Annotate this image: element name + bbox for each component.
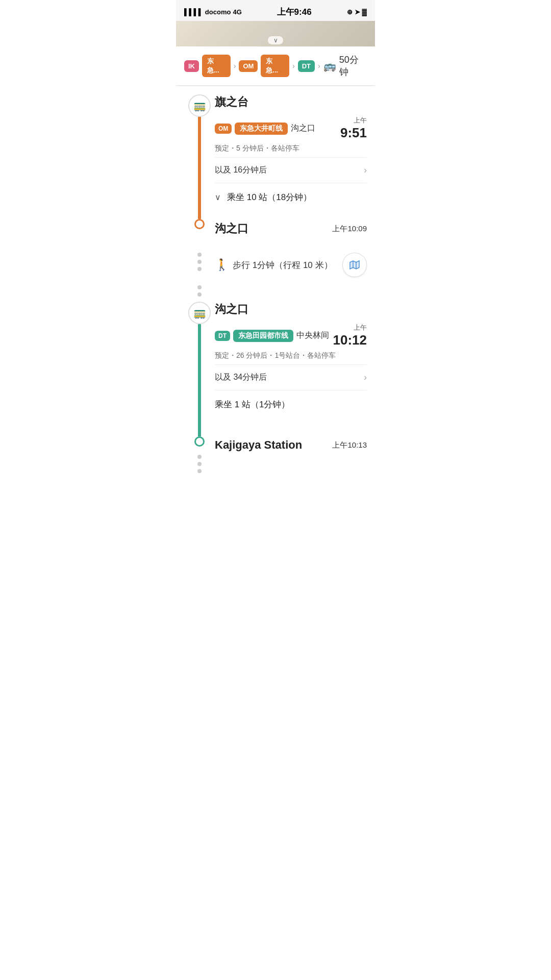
- station-1-title-row: 旗之台: [215, 94, 367, 110]
- arrival-section: Kajigaya Station 上午10:13: [176, 436, 375, 485]
- line1-label: 东急...: [202, 55, 231, 77]
- sub-text-1: 预定・5 分钟后・各站停车: [215, 144, 367, 153]
- status-time: 上午9:46: [277, 6, 312, 18]
- station-circle-2: 🚃: [188, 302, 211, 324]
- arrival-time: 上午10:13: [332, 440, 367, 450]
- line-name-1: 东急大井町线: [235, 122, 288, 135]
- dots-2: [188, 281, 211, 301]
- line-badge-dt: DT: [215, 331, 230, 341]
- status-bar: ▌▌▌▌ docomo 4G 上午9:46 ⊕ ➤ ▓: [176, 0, 375, 21]
- dot-4: [197, 285, 202, 289]
- station-circle-1: 🚃: [188, 94, 211, 117]
- location-icon: ⊕: [347, 8, 353, 16]
- map-area: ∨: [176, 21, 375, 46]
- bus-icon: 🚌: [323, 60, 336, 72]
- badge-om: OM: [239, 60, 258, 72]
- train-icon-1: 🚃: [193, 100, 206, 112]
- dot-6: [197, 455, 202, 459]
- dot-8: [197, 469, 202, 473]
- dots-walk: [188, 249, 211, 275]
- dot-3: [197, 267, 202, 271]
- upcoming-text-1: 以及 16分钟后: [215, 165, 267, 176]
- map-button[interactable]: [342, 253, 367, 277]
- walk-text: 步行 1分钟（行程 10 米）: [233, 259, 333, 271]
- upcoming-row-1[interactable]: 以及 16分钟后 ›: [215, 157, 367, 183]
- dot-1: [197, 253, 202, 257]
- signal-icon: ▌▌▌▌: [184, 8, 203, 16]
- destination-2: 中央林间: [296, 330, 329, 341]
- line-teal-1: [198, 324, 201, 436]
- destination-1: 沟之口: [291, 123, 315, 134]
- departure-section: 🚃 旗之台 OM 东急大井町线 沟之口 上午 9:51 预定・5 分钟后・各站停…: [176, 86, 375, 219]
- chevron-upcoming-2: ›: [364, 372, 367, 383]
- dots-col-2: [184, 281, 215, 302]
- station-1-content: 旗之台 OM 东急大井町线 沟之口 上午 9:51 预定・5 分钟后・各站停车 …: [215, 94, 367, 219]
- transfer-1-name: 沟之口: [215, 221, 248, 236]
- time-label-1: 上午: [340, 116, 367, 125]
- stations-count-1: 乘坐 10 站（18分钟）: [227, 191, 312, 203]
- timeline-col-arrival: [184, 436, 215, 477]
- time-block-2: 上午 10:12: [333, 323, 367, 348]
- transfer-1-content: 沟之口 上午10:09: [215, 219, 367, 249]
- transfer-section-1: 沟之口 上午10:09: [176, 219, 375, 249]
- train-info-1: OM 东急大井町线 沟之口 上午 9:51: [215, 116, 367, 141]
- main-content: 🚃 旗之台 OM 东急大井町线 沟之口 上午 9:51 预定・5 分钟后・各站停…: [176, 86, 375, 485]
- station-2-name: 沟之口: [215, 302, 248, 317]
- status-right: ⊕ ➤ ▓: [347, 8, 367, 16]
- transfer-circle-1: [194, 219, 205, 229]
- transfer-1-time: 上午10:09: [332, 224, 367, 234]
- dots-section-2: [176, 281, 375, 302]
- walk-content-col: 🚶 步行 1分钟（行程 10 米）: [215, 249, 367, 281]
- map-icon: [348, 259, 361, 271]
- chevron3: ›: [318, 62, 320, 70]
- timeline-col-2: 🚃: [184, 302, 215, 436]
- network-label: 4G: [233, 8, 241, 16]
- status-left: ▌▌▌▌ docomo 4G: [184, 8, 242, 16]
- line-name-2: 东急田园都市线: [233, 330, 293, 342]
- battery-icon: ▓: [362, 8, 367, 16]
- sub-text-2: 预定・26 分钟后・1号站台・各站停车: [215, 351, 367, 360]
- line-orange-1: [198, 117, 201, 219]
- duration-label: 50分钟: [339, 54, 367, 78]
- chevron-down-1: ∨: [215, 192, 221, 202]
- chevron-upcoming-1: ›: [364, 165, 367, 176]
- chevron2: ›: [292, 62, 295, 70]
- dot-7: [197, 462, 202, 466]
- badge-ik: IK: [184, 60, 199, 72]
- walk-info: 🚶 步行 1分钟（行程 10 米）: [215, 258, 333, 272]
- arrival-title-row: Kajigaya Station 上午10:13: [215, 438, 367, 452]
- train-icon-2: 🚃: [193, 307, 206, 319]
- carrier-label: docomo: [205, 8, 231, 16]
- station-2-title-row: 沟之口: [215, 302, 367, 317]
- map-chevron[interactable]: ∨: [268, 36, 283, 44]
- chevron1: ›: [234, 62, 236, 70]
- arrival-station-name: Kajigaya Station: [215, 438, 302, 452]
- station-2-content: 沟之口 DT 东急田园都市线 中央林间 上午 10:12 预定・26 分钟后・1…: [215, 302, 367, 436]
- transfer-1-title-row: 沟之口 上午10:09: [215, 221, 367, 236]
- dot-5: [197, 292, 202, 297]
- upcoming-row-2[interactable]: 以及 34分钟后 ›: [215, 364, 367, 390]
- route-header: IK 东急... › OM 东急... › DT › 🚌 50分钟: [176, 46, 375, 86]
- walk-section: 🚶 步行 1分钟（行程 10 米）: [176, 249, 375, 281]
- segment-2-section: 🚃 沟之口 DT 东急田园都市线 中央林间 上午 10:12 预定・26 分钟后…: [176, 302, 375, 436]
- line-badge-om: OM: [215, 124, 232, 134]
- arrival-content: Kajigaya Station 上午10:13: [215, 436, 367, 477]
- stations-row-1[interactable]: ∨ 乘坐 10 站（18分钟）: [215, 183, 367, 211]
- time-1: 9:51: [340, 125, 367, 141]
- dots-arrival: [188, 451, 211, 477]
- station-1-name: 旗之台: [215, 94, 248, 110]
- badge-dt: DT: [298, 60, 315, 72]
- arrow-icon: ➤: [355, 8, 360, 16]
- line2-label: 东急...: [261, 55, 289, 77]
- arrival-circle: [194, 436, 205, 447]
- spacer-2: [215, 281, 367, 302]
- stations-row-2: 乘坐 1 站（1分钟）: [215, 390, 367, 419]
- time-block-1: 上午 9:51: [340, 116, 367, 141]
- dot-2: [197, 260, 202, 264]
- timeline-col-transfer-1: [184, 219, 215, 249]
- dots-col-walk: [184, 249, 215, 281]
- timeline-col-1: 🚃: [184, 94, 215, 219]
- svg-rect-0: [350, 261, 359, 268]
- upcoming-text-2: 以及 34分钟后: [215, 372, 267, 383]
- time-2: 10:12: [333, 332, 367, 348]
